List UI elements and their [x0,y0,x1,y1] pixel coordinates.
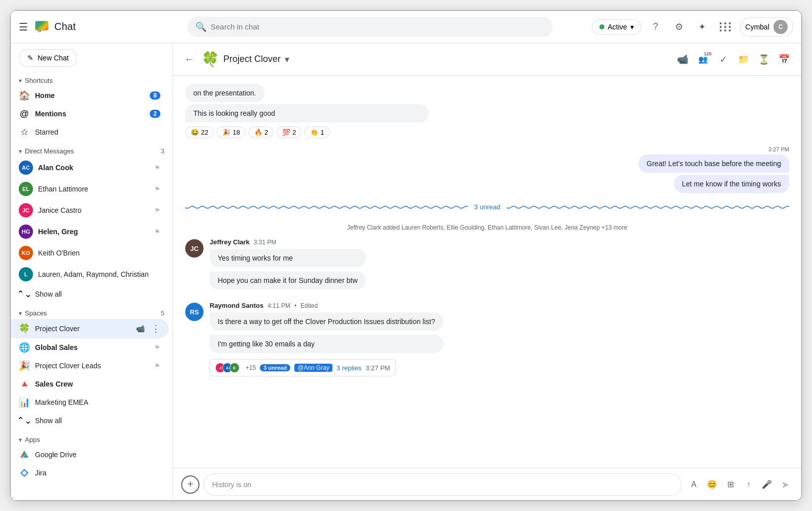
send-button[interactable]: ➤ [777,476,793,493]
raymond-message-block: RS Raymond Santos 4:11 PM • Edited Is th… [185,302,789,376]
jeffrey-time: 3:31 PM [254,239,277,246]
sidebar-item-sales-crew[interactable]: 🔺 Sales Crew [11,375,168,393]
help-icon[interactable]: ? [647,18,665,36]
settings-icon[interactable]: ⚙ [670,18,688,36]
new-chat-label: New Chat [38,54,69,62]
apps-icon[interactable] [717,18,735,36]
thread-unread-badge: 3 unread [260,364,290,371]
show-all-spaces-label: Show all [35,417,160,425]
raymond-edited: • [294,302,296,309]
format-text-icon[interactable]: A [686,476,702,493]
reaction-laugh[interactable]: 😂 22 [185,126,214,138]
thread-avatar-3: E [229,363,240,373]
reaction-100-emoji: 💯 [282,129,290,136]
pin-icon-helen: ⚑ [154,228,160,236]
sidebar-item-starred[interactable]: ☆ Starred [11,123,168,141]
jeffrey-msg2-bubble: Hope you can make it for Sunday dinner b… [210,271,366,290]
hamburger-icon[interactable]: ☰ [19,21,28,33]
sidebar-item-lauren[interactable]: L Lauren, Adam, Raymond, Christian [11,264,168,285]
sidebar-item-mentions[interactable]: @ Mentions 2 [11,105,168,123]
video-call-icon[interactable]: 📹 [673,50,692,69]
sidebar-item-ethan[interactable]: EL Ethan Lattimore ⚑ [11,178,168,200]
magic-icon[interactable]: ✦ [693,18,712,36]
avatar-janice: JC [19,203,33,217]
voice-icon[interactable]: 🎤 [759,476,775,493]
reaction-laugh-emoji: 😂 [191,129,199,136]
sidebar-item-show-all-dm[interactable]: ⌃⌄ Show all [11,285,168,303]
raymond-content: Raymond Santos 4:11 PM • Edited Is there… [210,302,444,376]
spaces-section-header[interactable]: ▾ Spaces 5 [11,307,173,319]
sales-crew-label: Sales Crew [35,380,160,388]
reaction-fire[interactable]: 🔥 2 [249,126,274,138]
hourglass-icon[interactable]: ⏳ [755,50,773,69]
apps-section-header[interactable]: ▾ Apps [11,434,173,445]
jira-label: Jira [35,469,160,477]
google-drive-icon [19,449,30,460]
project-clover-more[interactable]: ⋮ [151,323,160,334]
attach-icon[interactable]: ⊞ [722,476,738,493]
sidebar-item-show-all-spaces[interactable]: ⌃⌄ Show all [11,411,168,430]
emoji-icon[interactable]: 😊 [704,476,720,493]
new-chat-button[interactable]: ✎ New Chat [19,49,77,67]
user-chip[interactable]: Cymbal C [740,17,793,37]
lauren-label: Lauren, Adam, Raymond, Christian [38,270,160,278]
add-button[interactable]: + [181,475,199,494]
members-icon[interactable]: 👥 125 [694,50,712,69]
sidebar: ✎ New Chat ▾ Shortcuts 🏠 Home 8 @ Mentio… [11,43,173,500]
search-input[interactable] [211,22,545,31]
sidebar-item-project-clover-leads[interactable]: 🎉 Project Clover Leads ⚑ [11,357,168,375]
msg1-bubble: This is looking really good [185,104,429,122]
outgoing-block: 3:27 PM Great! Let's touch base before t… [185,146,789,193]
avatar-raymond: RS [185,303,204,321]
thread-time: 3:27 PM [365,364,390,372]
sidebar-item-global-sales[interactable]: 🌐 Global Sales ⚑ [11,338,168,357]
thread-mention-tag: @Ann Gray [294,364,332,372]
apps-section-label: Apps [25,436,40,443]
folder-icon[interactable]: 📁 [734,50,753,69]
sidebar-item-home[interactable]: 🏠 Home 8 [11,86,168,105]
search-bar[interactable]: 🔍 [187,17,553,37]
dm-section-header[interactable]: ▾ Direct Messages 3 [11,145,173,157]
pin-icon-alan: ⚑ [154,164,160,172]
reactions-row: 😂 22 🎉 18 🔥 2 💯 2 [185,126,789,138]
space-name-chevron[interactable]: ▾ [285,54,289,65]
tasks-icon[interactable]: ✓ [714,50,732,69]
keith-label: Keith O'Brien [38,249,160,257]
sidebar-item-janice[interactable]: JC Janice Castro ⚑ [11,200,168,221]
members-count: 125 [704,51,712,56]
spaces-count: 5 [161,309,164,317]
jira-icon [19,467,30,478]
starred-label: Starred [35,128,160,136]
reaction-100[interactable]: 💯 2 [277,126,301,138]
jeffrey-sender-row: Jeffrey Clark 3:31 PM [210,238,366,246]
calendar-icon[interactable]: 📅 [775,50,793,69]
top-bar-left: ☰ [19,19,181,35]
messages-area[interactable]: on the presentation. This is looking rea… [173,76,801,468]
shortcuts-section-header[interactable]: ▾ Shortcuts [11,75,173,86]
thread-row[interactable]: J A E +15 3 unread @Ann Gray 3 replies 3… [210,359,396,376]
message-input[interactable]: History is on [204,473,682,496]
back-button[interactable]: ← [181,51,197,68]
unread-label: 3 unread [474,203,500,211]
sidebar-item-project-clover[interactable]: 🍀 Project Clover 📹 ⋮ [11,319,168,338]
partial-message-bubble: on the presentation. [185,84,264,102]
avatar-ethan: EL [19,182,33,196]
active-status-button[interactable]: Active ▾ [592,19,641,35]
avatar-alan: AC [19,161,33,175]
project-clover-video-icon[interactable]: 📹 [134,323,146,335]
reaction-party[interactable]: 🎉 18 [217,126,245,138]
raymond-edited-label: Edited [300,302,318,309]
system-message: Jeffrey Clark added Lauren Roberts, Elli… [185,224,789,231]
sidebar-item-jira[interactable]: Jira [11,464,168,482]
sidebar-item-keith[interactable]: KO Keith O'Brien [11,242,168,264]
reaction-party-emoji: 🎉 [222,129,230,136]
sidebar-item-google-drive[interactable]: Google Drive [11,445,168,464]
sidebar-item-alan[interactable]: AC Alan Cook ⚑ [11,157,168,178]
upload-icon[interactable]: ↑ [740,476,757,493]
sidebar-item-helen[interactable]: HG Helen, Greg ⚑ [11,221,168,242]
global-sales-label: Global Sales [35,343,149,352]
reaction-laugh-count: 22 [201,129,208,136]
sidebar-item-marketing-emea[interactable]: 📊 Marketing EMEA [11,393,168,411]
raymond-name: Raymond Santos [210,302,263,309]
reaction-clap[interactable]: 👏 1 [304,126,329,138]
